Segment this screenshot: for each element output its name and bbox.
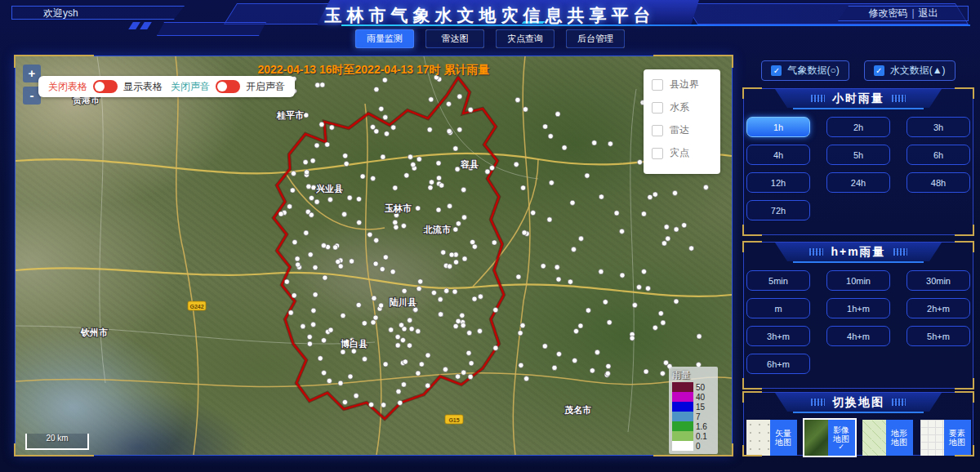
station-dot[interactable] [443,367,448,372]
station-dot[interactable] [342,212,347,216]
station-dot[interactable] [641,269,646,274]
station-dot[interactable] [477,328,482,333]
station-dot[interactable] [453,227,458,232]
station-dot[interactable] [555,112,560,117]
map-style-option[interactable]: 要素地图 [920,420,971,456]
station-dot[interactable] [666,236,670,241]
station-dot[interactable] [396,389,401,394]
layer-item[interactable]: 灾点 [652,146,712,160]
station-dot[interactable] [309,212,314,217]
station-dot[interactable] [548,134,553,139]
station-dot[interactable] [373,315,378,320]
station-dot[interactable] [371,176,376,180]
station-dot[interactable] [568,279,572,284]
station-dot[interactable] [441,250,446,255]
station-dot[interactable] [456,374,461,379]
station-dot[interactable] [284,279,289,284]
station-dot[interactable] [425,383,430,388]
station-dot[interactable] [313,265,318,270]
station-dot[interactable] [413,307,418,312]
station-dot[interactable] [431,290,436,295]
station-dot[interactable] [636,285,641,290]
station-dot[interactable] [381,403,386,407]
station-dot[interactable] [620,273,625,278]
station-dot[interactable] [323,275,327,280]
station-dot[interactable] [328,327,333,332]
station-dot[interactable] [515,97,520,102]
station-dot[interactable] [663,360,668,365]
station-dot[interactable] [327,197,332,202]
station-dot[interactable] [391,125,396,130]
station-dot[interactable] [381,154,385,159]
station-dot[interactable] [653,192,657,197]
station-dot[interactable] [461,370,466,375]
station-dot[interactable] [630,336,635,341]
station-dot[interactable] [373,261,378,266]
station-dot[interactable] [428,185,433,190]
station-dot[interactable] [336,259,341,264]
station-dot[interactable] [311,308,316,313]
station-dot[interactable] [395,343,400,348]
change-password-link[interactable]: 修改密码 [868,7,907,19]
station-dot[interactable] [493,308,498,313]
station-dot[interactable] [382,78,387,82]
station-dot[interactable] [368,232,372,237]
station-dot[interactable] [296,262,301,267]
station-dot[interactable] [278,212,283,216]
station-dot[interactable] [408,154,412,159]
station-dot[interactable] [436,161,441,166]
duration-button[interactable]: 3h [906,117,970,137]
duration-button[interactable]: 6h [906,145,970,165]
station-dot[interactable] [455,167,460,171]
station-dot[interactable] [599,269,604,274]
station-dot[interactable] [418,279,423,284]
station-dot[interactable] [351,349,356,354]
station-dot[interactable] [605,371,610,376]
station-dot[interactable] [531,211,536,216]
station-dot[interactable] [439,183,444,188]
station-dot[interactable] [329,125,334,130]
checkbox-icon[interactable] [652,102,663,114]
station-dot[interactable] [592,140,597,145]
station-dot[interactable] [662,241,666,246]
duration-button[interactable]: 30min [906,270,970,291]
station-dot[interactable] [347,195,352,200]
nav-button[interactable]: 后台管理 [566,29,625,48]
station-dot[interactable] [518,331,523,336]
station-dot[interactable] [472,296,477,301]
station-dot[interactable] [304,113,309,118]
station-dot[interactable] [292,240,297,245]
station-dot[interactable] [313,292,318,297]
station-dot[interactable] [301,324,305,329]
station-dot[interactable] [327,378,332,383]
duration-button[interactable]: 6h+m [746,354,810,374]
station-dot[interactable] [632,303,637,308]
station-dot[interactable] [307,341,312,346]
station-dot[interactable] [456,221,461,226]
station-dot[interactable] [411,163,416,167]
station-dot[interactable] [556,277,561,282]
station-dot[interactable] [394,225,399,229]
duration-button[interactable]: 72h [746,200,810,220]
station-dot[interactable] [522,230,527,235]
station-dot[interactable] [461,323,466,327]
station-dot[interactable] [356,302,361,307]
station-dot[interactable] [585,173,590,178]
station-dot[interactable] [419,362,424,367]
station-dot[interactable] [402,288,407,293]
station-dot[interactable] [287,204,292,209]
station-dot[interactable] [637,160,642,165]
station-dot[interactable] [307,335,312,340]
station-dot[interactable] [303,160,308,165]
data-filter-button[interactable]: ✓气象数据(○) [761,60,849,81]
nav-button[interactable]: 雷达图 [425,29,484,48]
station-dot[interactable] [524,376,529,381]
station-dot[interactable] [370,125,375,130]
station-dot[interactable] [338,381,343,385]
station-dot[interactable] [393,220,398,225]
station-dot[interactable] [333,245,338,250]
station-dot[interactable] [606,363,611,368]
station-dot[interactable] [452,289,457,294]
station-dot[interactable] [619,229,624,234]
station-dot[interactable] [468,107,473,112]
